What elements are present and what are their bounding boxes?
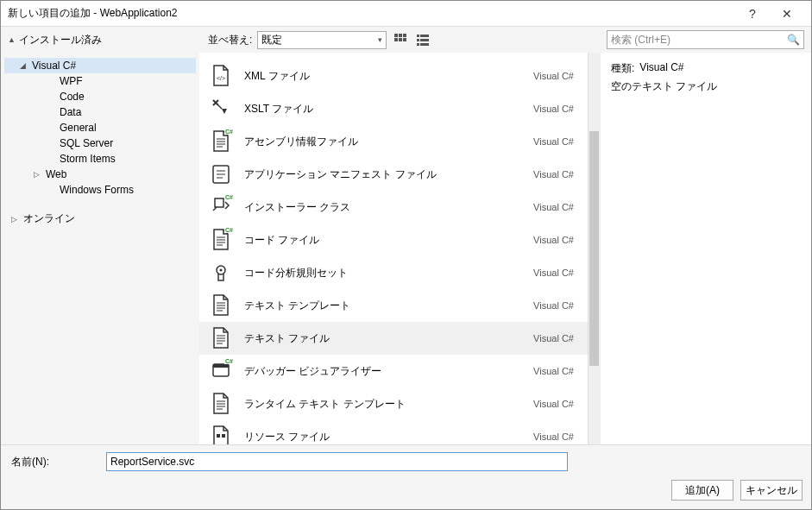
- svg-rect-8: [417, 39, 419, 41]
- name-input[interactable]: [106, 452, 568, 471]
- template-item[interactable]: </>XML ファイルVisual C#: [199, 60, 588, 92]
- type-value: Visual C#: [639, 61, 683, 76]
- svg-rect-7: [420, 35, 429, 37]
- template-lang: Visual C#: [533, 300, 577, 311]
- name-label: 名前(N):: [11, 455, 98, 469]
- tree-item-general[interactable]: General: [4, 120, 196, 135]
- template-name: テキスト テンプレート: [244, 299, 521, 313]
- template-name: アプリケーション マニフェスト ファイル: [244, 167, 521, 182]
- sort-label: 並べ替え:: [208, 33, 252, 47]
- file-icon: </>: [210, 65, 232, 87]
- svg-rect-9: [420, 39, 429, 41]
- sort-value: 既定: [261, 33, 282, 47]
- file-icon: [210, 393, 232, 415]
- chevron-down-icon: ▲: [8, 35, 16, 44]
- template-item[interactable]: XSLT ファイルVisual C#: [199, 92, 588, 125]
- view-grid-button[interactable]: [392, 31, 409, 48]
- search-icon: 🔍: [787, 34, 800, 46]
- template-lang: Visual C#: [533, 399, 577, 409]
- template-item[interactable]: ランタイム テキスト テンプレートVisual C#: [199, 387, 588, 420]
- tree-item-web[interactable]: ▷Web: [4, 167, 196, 182]
- chevron-right-icon: ▷: [11, 215, 20, 224]
- installed-label[interactable]: インストール済み: [19, 33, 102, 47]
- template-name: リソース ファイル: [244, 430, 521, 444]
- svg-rect-41: [217, 434, 220, 438]
- svg-rect-0: [394, 34, 398, 37]
- template-item[interactable]: アプリケーション マニフェスト ファイルVisual C#: [199, 158, 588, 191]
- file-icon: [210, 98, 232, 120]
- tree-item-winforms[interactable]: Windows Forms: [4, 182, 196, 198]
- view-list-button[interactable]: [414, 31, 431, 48]
- template-name: デバッガー ビジュアライザー: [244, 364, 521, 379]
- template-item[interactable]: テキスト ファイルVisual C#: [199, 322, 588, 355]
- file-icon: [210, 294, 232, 317]
- template-lang: Visual C#: [533, 235, 577, 245]
- scrollbar-thumb[interactable]: [589, 131, 599, 366]
- svg-rect-36: [213, 364, 229, 368]
- sort-dropdown[interactable]: 既定 ▾: [257, 31, 387, 49]
- category-tree: ◢ Visual C# WPF Code Data General SQL Se…: [1, 53, 199, 444]
- scrollbar[interactable]: [588, 53, 600, 444]
- template-name: コード分析規則セット: [244, 266, 521, 280]
- type-label: 種類:: [611, 61, 634, 76]
- svg-text:</>: </>: [217, 75, 225, 81]
- template-list: </>XML ファイルVisual C#XSLT ファイルVisual C#C#…: [199, 53, 588, 444]
- file-icon: C#: [210, 196, 232, 218]
- template-item[interactable]: リソース ファイルVisual C#: [199, 420, 588, 444]
- template-lang: Visual C#: [533, 104, 577, 114]
- main-area: ◢ Visual C# WPF Code Data General SQL Se…: [1, 53, 811, 444]
- chevron-down-icon: ▾: [378, 35, 382, 44]
- svg-rect-6: [417, 35, 419, 37]
- template-name: テキスト ファイル: [244, 331, 521, 346]
- add-button[interactable]: 追加(A): [671, 480, 733, 501]
- template-item[interactable]: C#デバッガー ビジュアライザーVisual C#: [199, 355, 588, 387]
- template-item[interactable]: C#アセンブリ情報ファイルVisual C#: [199, 125, 588, 158]
- template-lang: Visual C#: [533, 136, 577, 147]
- svg-rect-2: [403, 34, 406, 37]
- close-button[interactable]: ✕: [770, 7, 804, 21]
- svg-rect-10: [417, 43, 419, 46]
- template-item[interactable]: C#コード ファイルVisual C#: [199, 224, 588, 256]
- template-lang: Visual C#: [533, 333, 577, 343]
- tree-item-wpf[interactable]: WPF: [4, 73, 196, 89]
- tree-item-online[interactable]: ▷ オンライン: [4, 210, 196, 228]
- description-text: 空のテキスト ファイル: [611, 79, 801, 94]
- svg-rect-11: [420, 43, 429, 46]
- svg-point-26: [220, 269, 223, 272]
- template-name: XSLT ファイル: [244, 102, 521, 116]
- help-button[interactable]: ?: [735, 7, 770, 21]
- footer: 名前(N): 追加(A) キャンセル: [1, 444, 811, 509]
- tree-item-storm[interactable]: Storm Items: [4, 151, 196, 167]
- file-icon: [210, 327, 232, 349]
- template-name: コード ファイル: [244, 233, 521, 248]
- window-title: 新しい項目の追加 - WebApplication2: [8, 6, 735, 21]
- tree-item-sqlserver[interactable]: SQL Server: [4, 135, 196, 151]
- template-lang: Visual C#: [533, 268, 577, 278]
- template-lang: Visual C#: [533, 202, 577, 212]
- svg-rect-1: [399, 34, 402, 37]
- svg-rect-4: [399, 38, 402, 41]
- search-input[interactable]: 検索 (Ctrl+E) 🔍: [607, 30, 804, 49]
- file-icon: C#: [210, 130, 232, 153]
- cancel-button[interactable]: キャンセル: [740, 480, 803, 501]
- template-name: アセンブリ情報ファイル: [244, 135, 521, 149]
- template-lang: Visual C#: [533, 71, 577, 81]
- tree-item-data[interactable]: Data: [4, 104, 196, 120]
- template-item[interactable]: C#インストーラー クラスVisual C#: [199, 191, 588, 224]
- template-name: インストーラー クラス: [244, 200, 521, 215]
- template-lang: Visual C#: [533, 169, 577, 179]
- search-placeholder: 検索 (Ctrl+E): [611, 33, 670, 47]
- svg-rect-5: [403, 38, 406, 41]
- tree-item-code[interactable]: Code: [4, 89, 196, 104]
- details-panel: 種類: Visual C# 空のテキスト ファイル: [600, 53, 811, 444]
- tree-item-visual-csharp[interactable]: ◢ Visual C#: [4, 58, 196, 73]
- template-item[interactable]: コード分析規則セットVisual C#: [199, 256, 588, 289]
- template-lang: Visual C#: [533, 431, 577, 442]
- svg-rect-3: [394, 38, 398, 41]
- template-item[interactable]: テキスト テンプレートVisual C#: [199, 289, 588, 322]
- svg-rect-42: [222, 434, 225, 438]
- template-lang: Visual C#: [533, 366, 577, 376]
- titlebar: 新しい項目の追加 - WebApplication2 ? ✕: [1, 1, 811, 27]
- file-icon: C#: [210, 360, 232, 382]
- template-list-container: </>XML ファイルVisual C#XSLT ファイルVisual C#C#…: [199, 53, 600, 444]
